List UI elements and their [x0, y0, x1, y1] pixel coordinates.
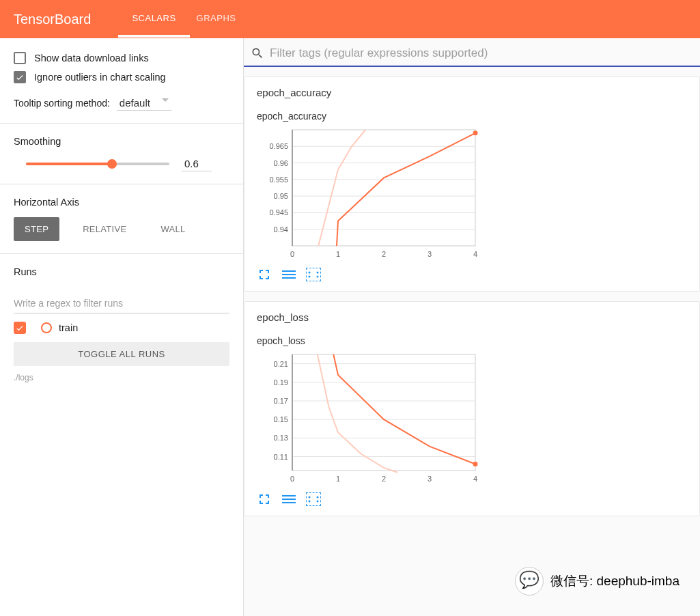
fit-domain-icon[interactable]	[306, 492, 321, 506]
axis-relative-button[interactable]: RELATIVE	[72, 217, 137, 241]
svg-text:0.95: 0.95	[274, 192, 288, 200]
svg-point-26	[317, 276, 319, 278]
svg-point-53	[317, 501, 319, 503]
svg-text:2: 2	[382, 475, 386, 483]
watermark: 💬 微信号: deephub-imba	[515, 567, 680, 596]
svg-text:0.96: 0.96	[274, 159, 288, 167]
svg-point-25	[309, 276, 311, 278]
chart-title-accuracy: epoch_accuracy	[257, 111, 687, 122]
tab-scalars[interactable]: SCALARS	[132, 0, 176, 38]
card-header-accuracy[interactable]: epoch_accuracy	[244, 77, 699, 108]
search-icon	[251, 46, 264, 60]
svg-text:0.11: 0.11	[274, 453, 288, 461]
svg-text:0: 0	[290, 475, 294, 483]
svg-point-19	[473, 130, 478, 135]
app-header: TensorBoard SCALARS GRAPHS	[0, 0, 700, 38]
card-header-loss[interactable]: epoch_loss	[244, 302, 699, 333]
smoothing-label: Smoothing	[14, 136, 229, 147]
content: epoch_accuracy epoch_accuracy 0.940.9450…	[244, 38, 700, 616]
fullscreen-icon[interactable]	[257, 268, 272, 281]
log-axis-icon[interactable]	[281, 492, 296, 506]
show-download-links-checkbox[interactable]	[14, 52, 26, 64]
svg-text:0.94: 0.94	[274, 225, 288, 234]
axis-label: Horizontal Axis	[14, 197, 229, 208]
chart-accuracy[interactable]: 0.940.9450.950.9550.960.96501234	[257, 126, 687, 262]
run-train-label: train	[59, 322, 78, 333]
runs-label: Runs	[14, 266, 229, 277]
svg-text:4: 4	[473, 475, 477, 483]
svg-text:0.965: 0.965	[269, 142, 288, 150]
ignore-outliers-label: Ignore outliers in chart scaling	[34, 72, 166, 83]
svg-text:0.17: 0.17	[274, 397, 288, 405]
axis-step-button[interactable]: STEP	[14, 217, 59, 241]
svg-text:2: 2	[382, 250, 386, 258]
tooltip-sort-select[interactable]: default	[117, 96, 171, 111]
svg-text:0.21: 0.21	[274, 360, 288, 368]
svg-text:0.15: 0.15	[274, 415, 288, 423]
smoothing-slider[interactable]	[26, 163, 169, 165]
svg-text:0: 0	[290, 250, 294, 258]
svg-text:3: 3	[428, 475, 432, 483]
tooltip-sort-label: Tooltip sorting method:	[14, 98, 110, 109]
watermark-text: 微信号: deephub-imba	[550, 572, 680, 590]
smoothing-value[interactable]: 0.6	[182, 156, 212, 171]
fullscreen-icon[interactable]	[257, 492, 272, 506]
chevron-down-icon	[162, 98, 169, 102]
ignore-outliers-checkbox[interactable]	[14, 71, 26, 83]
tab-graphs[interactable]: GRAPHS	[197, 0, 236, 38]
fit-domain-icon[interactable]	[306, 268, 321, 281]
svg-text:0.13: 0.13	[274, 434, 288, 442]
sidebar: Show data download links Ignore outliers…	[0, 38, 244, 616]
run-train-color-swatch	[41, 322, 52, 333]
tag-filter-bar	[244, 41, 700, 67]
svg-point-23	[309, 272, 311, 274]
runs-filter-input[interactable]	[14, 294, 229, 313]
svg-point-50	[309, 496, 311, 499]
log-axis-icon[interactable]	[281, 268, 296, 281]
chart-loss[interactable]: 0.110.130.150.170.190.2101234	[257, 350, 687, 487]
tag-filter-input[interactable]	[270, 46, 693, 60]
card-epoch-accuracy: epoch_accuracy epoch_accuracy 0.940.9450…	[244, 76, 700, 292]
svg-text:3: 3	[428, 250, 432, 258]
svg-point-24	[317, 272, 319, 274]
svg-point-46	[473, 462, 478, 466]
app-logo: TensorBoard	[14, 12, 91, 27]
svg-text:4: 4	[473, 250, 477, 258]
axis-wall-button[interactable]: WALL	[150, 217, 196, 241]
svg-text:1: 1	[336, 475, 340, 483]
svg-text:0.955: 0.955	[269, 176, 288, 184]
svg-text:1: 1	[336, 250, 340, 258]
tooltip-sort-value: default	[120, 97, 150, 109]
card-epoch-loss: epoch_loss epoch_loss 0.110.130.150.170.…	[244, 301, 700, 516]
run-train-checkbox[interactable]	[14, 322, 26, 334]
log-path: ./logs	[14, 373, 229, 382]
svg-point-51	[317, 496, 319, 499]
svg-text:0.19: 0.19	[274, 378, 288, 387]
svg-point-52	[309, 501, 311, 503]
wechat-icon: 💬	[515, 567, 544, 596]
chart-title-loss: epoch_loss	[257, 335, 687, 346]
toggle-all-runs-button[interactable]: TOGGLE ALL RUNS	[14, 342, 229, 366]
svg-text:0.945: 0.945	[269, 208, 288, 216]
show-download-links-label: Show data download links	[34, 53, 149, 64]
tabs: SCALARS GRAPHS	[132, 0, 236, 38]
